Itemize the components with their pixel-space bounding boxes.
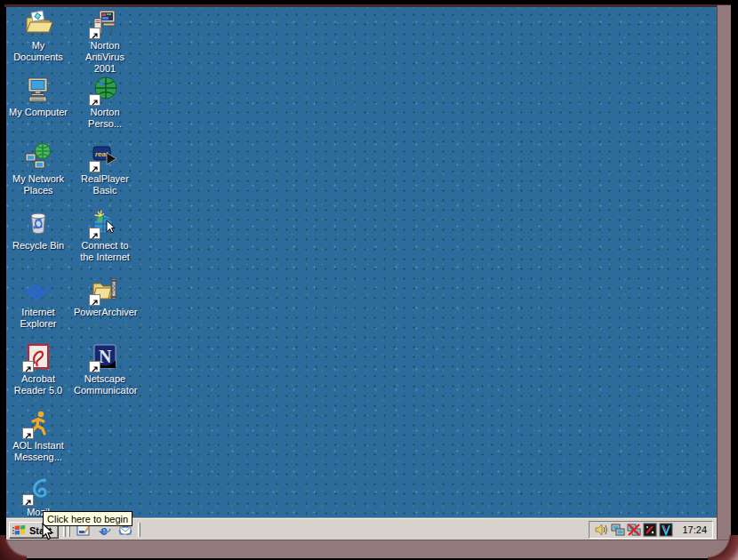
mouse-cursor-icon [42,523,54,540]
desktop-icon-my-network-places[interactable]: My Network Places [7,142,69,196]
desktop-icon-norton-personal[interactable]: Norton Perso... [74,76,136,130]
shortcut-arrow-icon [90,228,100,238]
icon-label: Norton AntiVirus 2001 [74,40,136,75]
icon-label: Recycle Bin [7,240,69,252]
taskbar-grip[interactable] [138,523,140,537]
volume-icon[interactable] [595,523,609,537]
desktop-background[interactable]: My Documents My Computer My Network Plac… [6,7,717,540]
desktop-icon-realplayer[interactable]: real RealPlayer Basic [74,142,136,196]
icon-label: Acrobat Reader 5.0 [7,373,69,396]
shortcut-arrow-icon [90,28,100,38]
v-app-icon[interactable] [659,523,673,537]
icon-label: AOL Instant Messeng... [7,440,69,463]
network-icon[interactable] [611,523,625,537]
icon-label: Connect to the Internet [74,240,136,263]
system-tray: 17:24 [589,521,713,539]
desktop-icon-internet-explorer[interactable]: e Internet Explorer [7,276,69,330]
icon-label: Netscape Communicator [74,373,136,396]
internet-explorer-icon: e [24,276,52,304]
desktop-icon-my-documents[interactable]: My Documents [7,9,69,63]
shortcut-arrow-icon [90,295,100,305]
my-network-places-icon [24,142,52,171]
dark-app-icon[interactable] [643,523,657,537]
desktop-icon-recycle-bin[interactable]: Recycle Bin [7,209,69,252]
start-tooltip: Click here to begin [43,511,132,526]
network-offline-icon[interactable] [627,523,641,537]
icon-label: My Computer [7,107,69,118]
icon-label: Internet Explorer [7,307,69,330]
desktop-icon-norton-antivirus[interactable]: Norton AntiVirus 2001 [74,9,136,75]
desktop-icon-netscape[interactable]: N Netscape Communicator [74,342,136,396]
svg-text:e: e [29,276,44,304]
tray-clock[interactable]: 17:24 [682,524,707,535]
monitor-frame: My Documents My Computer My Network Plac… [0,0,738,560]
shortcut-arrow-icon [90,162,100,172]
icon-label: My Documents [7,40,69,63]
bezel-right [717,5,731,558]
desktop-icon-aol-instant-messenger[interactable]: AOL Instant Messeng... [7,409,69,463]
icon-label: My Network Places [7,173,69,196]
bezel-top-line [4,4,731,7]
desktop-icon-connect-internet[interactable]: Connect to the Internet [74,209,136,263]
svg-text:N: N [99,347,112,366]
desktop-icon-my-computer[interactable]: My Computer [7,76,69,118]
windows-flag-icon [12,524,27,537]
shortcut-arrow-icon [23,428,33,438]
my-computer-icon [24,76,52,104]
shortcut-arrow-icon [90,95,100,105]
icon-label: Norton Perso... [74,107,136,130]
icon-label: PowerArchiver [74,307,136,318]
my-documents-icon [24,9,52,37]
shortcut-arrow-icon [23,495,33,505]
icon-label: RealPlayer Basic [74,173,136,196]
bezel-bottom [4,540,731,558]
shortcut-arrow-icon [90,362,100,372]
shortcut-arrow-icon [23,362,33,372]
desktop-icon-acrobat-reader[interactable]: Acrobat Reader 5.0 [7,342,69,396]
recycle-bin-icon [24,209,52,237]
desktop-icon-powerarchiver[interactable]: PowerArchiver [74,276,136,318]
